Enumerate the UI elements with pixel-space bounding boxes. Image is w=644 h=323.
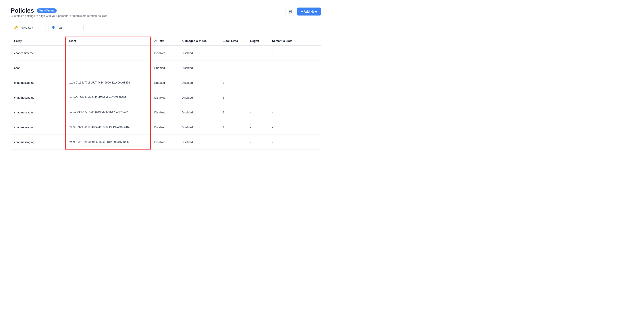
cell-ai-images: Disabled bbox=[178, 46, 219, 61]
table-row: chat:messagingteam-0-118e77bf-a5c7-4c84-… bbox=[10, 75, 321, 90]
more-menu-button[interactable]: ⋮ bbox=[310, 50, 318, 56]
cell-ai-text: Enabled bbox=[151, 61, 178, 75]
cell-regex: - bbox=[247, 105, 269, 120]
page-title: Policies bbox=[10, 7, 34, 14]
cell-policy: chat:messaging bbox=[10, 75, 65, 90]
cell-ai-text: Disabled bbox=[151, 105, 178, 120]
docs-icon-button[interactable] bbox=[285, 7, 294, 16]
team-filter[interactable]: 👤 Team bbox=[48, 24, 84, 31]
cell-ai-text: Disabled bbox=[151, 135, 178, 150]
cell-ai-images: Disabled bbox=[178, 120, 219, 135]
table-row: chat:commerce-DisabledDisabled---⋮ bbox=[10, 46, 321, 61]
cell-semantic-lists: - bbox=[268, 46, 307, 61]
table-header: Policy Team AI Text AI Images & Video Bl… bbox=[10, 37, 321, 46]
cell-team: - bbox=[65, 61, 151, 75]
policy-key-label: Policy Key bbox=[20, 26, 33, 29]
cell-ai-images: Disabled bbox=[178, 105, 219, 120]
table-row: chat-EnabledDisabled---⋮ bbox=[10, 61, 321, 75]
table-row: chat:messagingteam-0-9793d19e-4c84-4d63-… bbox=[10, 120, 321, 135]
cell-ai-images: Disabled bbox=[178, 135, 219, 150]
cell-regex: - bbox=[247, 135, 269, 150]
team-label: Team bbox=[57, 26, 64, 29]
cell-more-actions: ⋮ bbox=[307, 135, 321, 150]
filters-row: 🔑 Policy Key 👤 Team bbox=[10, 24, 321, 31]
more-menu-button[interactable]: ⋮ bbox=[310, 139, 318, 145]
table-row: chat:messagingteam-0-33b67ec0-0f68-496d-… bbox=[10, 105, 321, 120]
table-row: chat:messagingteam-0-12da34ab-8c43-4f5f-… bbox=[10, 90, 321, 105]
table-row: chat:messagingteam-0-e519e450-ad36-4a0e-… bbox=[10, 135, 321, 150]
cell-block-lists: - bbox=[219, 46, 247, 61]
cell-semantic-lists: - bbox=[268, 90, 307, 105]
cell-ai-images: Disabled bbox=[178, 90, 219, 105]
cell-block-lists: - bbox=[219, 61, 247, 75]
col-header-regex: Regex bbox=[247, 37, 269, 46]
cell-policy: chat:commerce bbox=[10, 46, 65, 61]
cell-block-lists: 2 bbox=[219, 75, 247, 90]
more-menu-button[interactable]: ⋮ bbox=[310, 79, 318, 86]
cell-ai-text: Enabled bbox=[151, 75, 178, 90]
cell-more-actions: ⋮ bbox=[307, 105, 321, 120]
policies-table: Policy Team AI Text AI Images & Video Bl… bbox=[10, 37, 321, 150]
more-menu-button[interactable]: ⋮ bbox=[310, 109, 318, 116]
table-wrapper: Policy Team AI Text AI Images & Video Bl… bbox=[10, 37, 321, 150]
cell-semantic-lists: - bbox=[268, 105, 307, 120]
col-header-policy: Policy bbox=[10, 37, 65, 46]
cell-semantic-lists: - bbox=[268, 61, 307, 75]
cell-team: team-0-12da34ab-8c43-4f5f-8fdc-a43f689b8… bbox=[65, 90, 151, 105]
more-menu-button[interactable]: ⋮ bbox=[310, 124, 318, 131]
cell-team: team-0-e519e450-ad36-4a0e-9812-295c4530b… bbox=[65, 135, 151, 150]
multi-tenant-badge: Multi-Tenant bbox=[37, 9, 57, 13]
header-actions: + Add New bbox=[285, 7, 321, 16]
cell-policy: chat:messaging bbox=[10, 90, 65, 105]
cell-policy: chat:messaging bbox=[10, 105, 65, 120]
cell-block-lists: 5 bbox=[219, 135, 247, 150]
cell-regex: - bbox=[247, 61, 269, 75]
cell-semantic-lists: - bbox=[268, 120, 307, 135]
cell-regex: - bbox=[247, 75, 269, 90]
col-header-block-lists: Block Lists bbox=[219, 37, 247, 46]
cell-ai-text: Disabled bbox=[151, 46, 178, 61]
cell-regex: - bbox=[247, 46, 269, 61]
cell-more-actions: ⋮ bbox=[307, 75, 321, 90]
cell-more-actions: ⋮ bbox=[307, 46, 321, 61]
cell-policy: chat bbox=[10, 61, 65, 75]
table-body: chat:commerce-DisabledDisabled---⋮chat-E… bbox=[10, 46, 321, 150]
cell-semantic-lists: - bbox=[268, 135, 307, 150]
cell-regex: - bbox=[247, 120, 269, 135]
add-new-button[interactable]: + Add New bbox=[297, 8, 321, 16]
cell-regex: - bbox=[247, 90, 269, 105]
page-container: Policies Multi-Tenant Customize settings… bbox=[0, 0, 332, 157]
title-section: Policies Multi-Tenant Customize settings… bbox=[10, 7, 108, 22]
user-icon: 👤 bbox=[52, 26, 55, 29]
more-menu-button[interactable]: ⋮ bbox=[310, 65, 318, 71]
col-header-semantic-lists: Semantic Lists bbox=[268, 37, 307, 46]
cell-semantic-lists: - bbox=[268, 75, 307, 90]
header-row: Policies Multi-Tenant Customize settings… bbox=[10, 7, 321, 22]
cell-policy: chat:messaging bbox=[10, 120, 65, 135]
more-menu-button[interactable]: ⋮ bbox=[310, 94, 318, 101]
cell-more-actions: ⋮ bbox=[307, 90, 321, 105]
title-area: Policies Multi-Tenant bbox=[10, 7, 108, 14]
cell-block-lists: 6 bbox=[219, 90, 247, 105]
key-icon: 🔑 bbox=[14, 26, 18, 29]
col-header-ai-text: AI Text bbox=[151, 37, 178, 46]
col-header-actions bbox=[307, 37, 321, 46]
cell-team: team-0-33b67ec0-0f68-496d-8b08-17ce6f75a… bbox=[65, 105, 151, 120]
cell-more-actions: ⋮ bbox=[307, 120, 321, 135]
cell-ai-images: Disabled bbox=[178, 75, 219, 90]
col-header-ai-images: AI Images & Video bbox=[178, 37, 219, 46]
cell-ai-text: Disabled bbox=[151, 120, 178, 135]
cell-team: team-0-118e77bf-a5c7-4c84-960e-32c496d63… bbox=[65, 75, 151, 90]
cell-block-lists: 9 bbox=[219, 105, 247, 120]
cell-block-lists: 7 bbox=[219, 120, 247, 135]
cell-ai-text: Disabled bbox=[151, 90, 178, 105]
cell-team: - bbox=[65, 46, 151, 61]
col-header-team: Team bbox=[65, 37, 151, 46]
cell-team: team-0-9793d19e-4c84-4d63-ae49-4974df69a… bbox=[65, 120, 151, 135]
cell-more-actions: ⋮ bbox=[307, 61, 321, 75]
cell-ai-images: Disabled bbox=[178, 61, 219, 75]
policy-key-filter[interactable]: 🔑 Policy Key bbox=[10, 24, 46, 31]
cell-policy: chat:messaging bbox=[10, 135, 65, 150]
page-subtitle: Customize settings to align with your pe… bbox=[10, 14, 108, 18]
